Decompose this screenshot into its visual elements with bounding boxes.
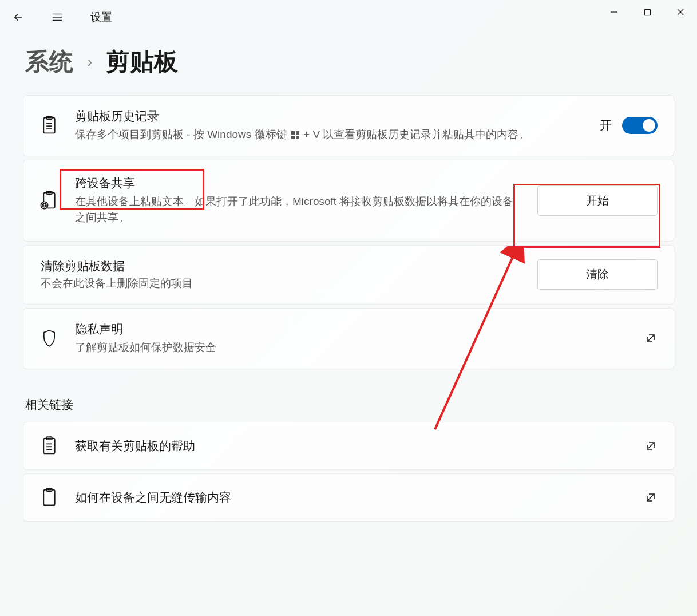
close-button[interactable] xyxy=(664,0,697,24)
back-button[interactable] xyxy=(7,6,30,29)
clipboard-history-toggle[interactable] xyxy=(622,117,658,134)
chevron-right-icon: › xyxy=(87,53,92,71)
svg-point-18 xyxy=(41,202,47,208)
card-desc: 不会在此设备上删除固定的项目 xyxy=(41,275,521,292)
shield-icon xyxy=(39,329,59,348)
card-title: 隐私声明 xyxy=(75,321,628,337)
svg-rect-13 xyxy=(296,131,299,135)
card-title: 清除剪贴板数据 xyxy=(41,258,521,274)
card-title: 剪贴板历史记录 xyxy=(75,108,584,124)
maximize-button[interactable] xyxy=(631,0,664,24)
card-desc: 了解剪贴板如何保护数据安全 xyxy=(75,339,628,356)
minimize-button[interactable] xyxy=(597,0,631,24)
svg-rect-7 xyxy=(43,118,54,133)
clear-clipboard-button[interactable]: 清除 xyxy=(537,259,658,290)
link-get-clipboard-help[interactable]: 获取有关剪贴板的帮助 xyxy=(23,422,674,470)
breadcrumb-current: 剪贴板 xyxy=(106,46,178,78)
clipboard-list-icon xyxy=(39,116,59,135)
external-link-icon xyxy=(644,491,658,504)
link-title: 如何在设备之间无缝传输内容 xyxy=(75,489,628,506)
svg-rect-12 xyxy=(291,131,295,135)
setting-clear-clipboard: 清除剪贴板数据 不会在此设备上删除固定的项目 清除 xyxy=(23,245,674,305)
clipboard-sync-icon xyxy=(39,191,59,210)
svg-rect-24 xyxy=(43,489,54,505)
toggle-knob xyxy=(643,119,655,132)
svg-rect-15 xyxy=(296,136,299,139)
card-title: 跨设备共享 xyxy=(75,175,521,191)
related-links-header: 相关链接 xyxy=(0,369,697,422)
card-desc: 在其他设备上粘贴文本。如果打开了此功能，Microsoft 将接收剪贴板数据以将… xyxy=(75,194,521,226)
clipboard-list-icon xyxy=(39,436,59,456)
svg-rect-4 xyxy=(644,9,650,15)
setting-clipboard-history: 剪贴板历史记录 保存多个项目到剪贴板 - 按 Windows 徽标键 + V 以… xyxy=(23,95,674,156)
cross-device-start-button[interactable]: 开始 xyxy=(537,185,658,216)
clipboard-icon xyxy=(39,488,59,507)
external-link-icon xyxy=(644,439,658,453)
app-title: 设置 xyxy=(90,10,112,25)
svg-rect-19 xyxy=(43,438,54,453)
breadcrumb: 系统 › 剪贴板 xyxy=(0,34,697,95)
link-title: 获取有关剪贴板的帮助 xyxy=(75,438,628,454)
breadcrumb-parent[interactable]: 系统 xyxy=(25,46,73,78)
card-desc: 保存多个项目到剪贴板 - 按 Windows 徽标键 + V 以查看剪贴板历史记… xyxy=(75,127,584,143)
toggle-state-label: 开 xyxy=(600,117,612,133)
setting-cross-device-share: 跨设备共享 在其他设备上粘贴文本。如果打开了此功能，Microsoft 将接收剪… xyxy=(23,160,674,242)
external-link-icon xyxy=(644,331,658,345)
windows-logo-icon xyxy=(291,131,299,139)
link-seamless-transfer[interactable]: 如何在设备之间无缝传输内容 xyxy=(23,473,674,522)
setting-privacy-statement[interactable]: 隐私声明 了解剪贴板如何保护数据安全 xyxy=(23,308,674,369)
svg-rect-14 xyxy=(291,136,295,139)
menu-button[interactable] xyxy=(46,6,69,29)
